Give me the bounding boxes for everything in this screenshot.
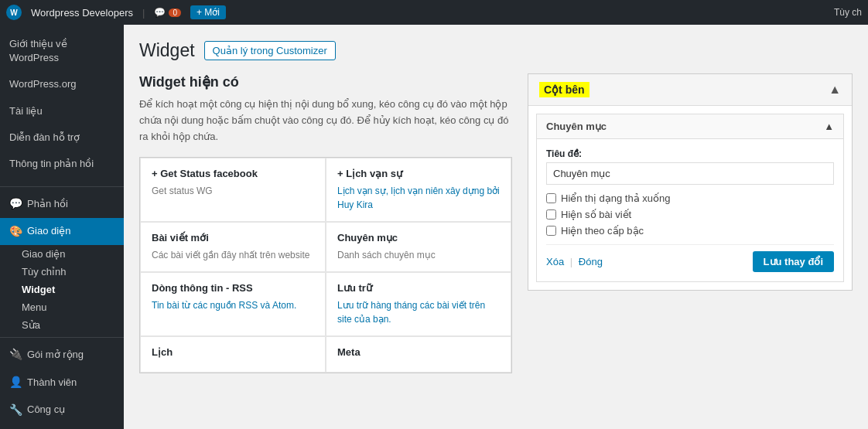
customizer-button[interactable]: Quản lý trong Customizer (204, 41, 336, 60)
admin-bar: W Wordpress Developers | 💬 0 + Mới Tùy c… (0, 0, 868, 25)
sidebar-label: Diễn đàn hỗ trợ (9, 131, 80, 145)
sidebar-label: Thông tin phản hồi (9, 157, 94, 171)
sidebar-item-thong-tin[interactable]: Thông tin phản hồi (0, 151, 124, 177)
sidebar-label: Tài liệu (9, 104, 43, 118)
widget-desc: Tin bài từ các nguồn RSS và Atom. (152, 298, 314, 312)
sidebar: Giới thiệu về WordPress WordPress.org Tà… (0, 25, 124, 429)
sidebar-item-giao-dien[interactable]: 🎨 Giao diện (0, 218, 124, 246)
sidebar-sub-tuy-chinh[interactable]: Tùy chỉnh (0, 263, 124, 281)
checkbox-cap-bac[interactable] (546, 226, 556, 236)
tools-icon: 🔧 (9, 403, 22, 418)
sidebar-label: Giới thiệu về WordPress (9, 37, 114, 65)
action-links: Xóa | Đóng (546, 256, 603, 267)
page-header: Widget Quản lý trong Customizer (139, 40, 853, 61)
widget-name: Bài viết mới (152, 232, 314, 243)
cot-ben-header: Cột bên ▲ (528, 74, 852, 106)
giao-dien-icon: 🎨 (9, 224, 22, 240)
checkbox-row-3: Hiện theo cấp bậc (546, 225, 834, 237)
section-desc: Để kích hoạt một công cụ hiện thị nội du… (139, 97, 512, 145)
sidebar-label: WordPress.org (9, 77, 76, 91)
sidebar-divider-1 (0, 186, 124, 187)
checkbox-label-1: Hiển thị dạng thả xuống (561, 192, 671, 204)
widget-desc: Get status WG (152, 184, 314, 198)
sidebar-item-gioi-thieu[interactable]: Giới thiệu về WordPress (0, 31, 124, 71)
tieude-input[interactable] (546, 162, 834, 185)
chuyen-muc-panel: Chuyên mục ▲ Tiêu đề: Hiển thị dạng thả … (536, 114, 844, 282)
widget-name: Meta (337, 346, 500, 358)
widget-cell-luu-tru[interactable]: Lưu trữ Lưu trữ hàng tháng các bài viết … (326, 272, 511, 336)
widget-name: Lịch (152, 346, 314, 358)
widget-name: Chuyên mục (337, 232, 500, 243)
site-name[interactable]: Wordpress Developers (31, 7, 133, 19)
widget-name: + Lịch vạn sự (337, 168, 500, 179)
section-title: Widget hiện có (139, 73, 512, 90)
widget-grid: + Get Status facebook Get status WG + Lị… (139, 157, 512, 373)
new-button[interactable]: + Mới (190, 5, 226, 19)
sidebar-sub-giao-dien[interactable]: Giao diện (0, 245, 124, 263)
cot-ben-panel: Cột bên ▲ Chuyên mục ▲ Tiêu đề: Hiển thị… (528, 73, 853, 291)
sidebar-sub-widget[interactable]: Widget (0, 281, 124, 298)
sidebar-label: Thành viên (27, 376, 77, 390)
sidebar-item-phan-hoi[interactable]: 💬 Phản hồi (0, 190, 124, 218)
widget-cell-lich[interactable]: Lịch (140, 336, 326, 373)
main-layout: Giới thiệu về WordPress WordPress.org Tà… (0, 25, 868, 429)
checkbox-row-2: Hiện số bài viết (546, 209, 834, 220)
widget-desc: Danh sách chuyên mục (337, 248, 500, 262)
chuyen-muc-body: Tiêu đề: Hiển thị dạng thả xuống Hiện số… (537, 139, 843, 281)
sidebar-item-cong-cu[interactable]: 🔧 Công cụ (0, 397, 124, 424)
plugin-icon: 🔌 (9, 347, 22, 363)
sidebar-sub-sua[interactable]: Sửa (0, 316, 124, 334)
sidebar-item-goi-mo-rong[interactable]: 🔌 Gói mở rộng (0, 341, 124, 369)
checkbox-so-bai-viet[interactable] (546, 209, 556, 220)
xoa-link[interactable]: Xóa (546, 256, 564, 267)
comments-link[interactable]: 💬 0 (154, 7, 181, 18)
comment-count: 0 (169, 9, 181, 17)
tieude-label: Tiêu đề: (546, 148, 834, 159)
tuy-chinh-btn[interactable]: Tùy ch (834, 7, 862, 18)
chuyen-muc-label: Chuyên mục (546, 121, 607, 132)
widget-cell-chuyen-muc[interactable]: Chuyên mục Danh sách chuyên mục (326, 222, 511, 272)
action-row: Xóa | Đóng Lưu thay đổi (546, 244, 834, 272)
widget-cell-lich-van-su[interactable]: + Lịch vạn sự Lịch vạn sự, lịch vạn niên… (326, 158, 511, 222)
checkbox-label-3: Hiện theo cấp bậc (561, 225, 644, 237)
widget-desc: Lịch vạn sự, lịch vạn niên xây dựng bởi … (337, 184, 500, 212)
widget-desc: Lưu trữ hàng tháng các bài viết trên sit… (337, 298, 500, 326)
chuyen-muc-header[interactable]: Chuyên mục ▲ (537, 114, 843, 139)
cot-ben-title: Cột bên (539, 82, 589, 97)
main-content: Widget Quản lý trong Customizer Widget h… (124, 25, 868, 429)
checkbox-tha-xuong[interactable] (546, 193, 556, 203)
wp-logo: W (6, 5, 22, 20)
comment-icon: 💬 (154, 7, 166, 18)
phan-hoi-icon: 💬 (9, 196, 22, 212)
widget-cell-meta[interactable]: Meta (326, 336, 511, 373)
sidebar-item-wordpress-org[interactable]: WordPress.org (0, 71, 124, 97)
collapse-arrow-icon[interactable]: ▲ (829, 83, 841, 97)
sidebar-label: Phản hồi (27, 197, 68, 211)
separator: | (570, 256, 572, 267)
widget-name: + Get Status facebook (152, 168, 314, 179)
widget-cell-get-status[interactable]: + Get Status facebook Get status WG (140, 158, 326, 222)
widget-name: Dòng thông tin - RSS (152, 282, 314, 294)
sidebar-label: Gói mở rộng (27, 348, 84, 362)
sidebar-label: Giao diện (27, 224, 70, 238)
sidebar-item-thanh-vien[interactable]: 👤 Thành viên (0, 369, 124, 397)
sidebar-item-cai-dat[interactable]: ⚙️ Cài đặt (0, 424, 124, 429)
expand-arrow-icon[interactable]: ▲ (824, 121, 834, 132)
sidebar-top-section: Giới thiệu về WordPress WordPress.org Tà… (0, 25, 124, 183)
checkbox-row-1: Hiển thị dạng thả xuống (546, 192, 834, 204)
widget-desc: Các bài viết gần đây nhất trên website (152, 248, 314, 262)
sidebar-sub-menu[interactable]: Menu (0, 298, 124, 316)
sidebar-item-tai-lieu[interactable]: Tài liệu (0, 98, 124, 124)
sidebar-item-dien-dan[interactable]: Diễn đàn hỗ trợ (0, 124, 124, 151)
users-icon: 👤 (9, 375, 22, 390)
checkbox-label-2: Hiện số bài viết (561, 209, 631, 220)
sidebar-label: Công cụ (27, 403, 65, 417)
sidebar-divider-2 (0, 337, 124, 338)
page-title: Widget (139, 40, 195, 61)
dong-link[interactable]: Đóng (579, 256, 603, 267)
widget-name: Lưu trữ (337, 282, 500, 294)
widget-cell-bai-viet-moi[interactable]: Bài viết mới Các bài viết gần đây nhất t… (140, 222, 326, 272)
save-button[interactable]: Lưu thay đổi (753, 251, 834, 272)
widget-cell-dong-thong-tin[interactable]: Dòng thông tin - RSS Tin bài từ các nguồ… (140, 272, 326, 336)
